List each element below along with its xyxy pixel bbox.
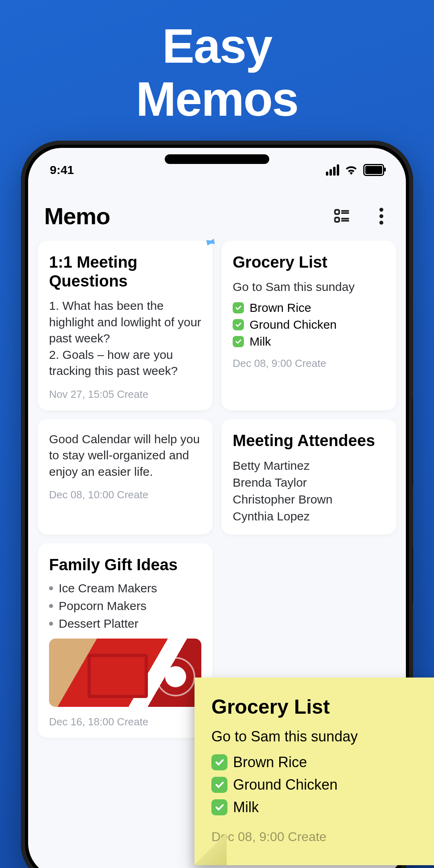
volume-button: [412, 547, 413, 603]
more-vertical-icon: [379, 208, 383, 225]
checklist-item: Brown Rice: [211, 754, 434, 771]
checklist-label: Brown Rice: [250, 301, 311, 315]
checklist-label: Milk: [250, 335, 271, 348]
attendee-name: Cynthia Lopez: [233, 508, 385, 525]
pin-icon: [201, 233, 217, 250]
sticky-meta: Dec 08, 9:00 Create: [211, 829, 434, 844]
checklist-label: Milk: [233, 799, 259, 816]
view-toggle-button[interactable]: [334, 208, 350, 225]
status-bar: 9:41: [28, 148, 406, 180]
svg-point-6: [379, 208, 383, 212]
attendee-name: Brenda Taylor: [233, 474, 385, 491]
checklist-item: Ground Chicken: [233, 318, 385, 332]
more-button[interactable]: [373, 208, 390, 225]
memo-meta: Dec 08, 9:00 Create: [233, 357, 385, 370]
attendee-name: Christopher Brown: [233, 491, 385, 508]
memo-title: Grocery List: [233, 253, 385, 272]
cellular-icon: [326, 164, 339, 176]
checklist-label: Ground Chicken: [233, 776, 338, 793]
page-title: Memo: [44, 203, 110, 229]
svg-rect-0: [335, 210, 340, 214]
list-item: Ice Cream Makers: [49, 581, 201, 595]
power-button: [412, 398, 413, 486]
memo-body: 1. What has been the highlight and lowli…: [49, 298, 201, 379]
attendee-name: Betty Martinez: [233, 457, 385, 474]
sticky-note[interactable]: Grocery List Go to Sam this sunday Brown…: [194, 678, 434, 865]
checklist-item: Milk: [233, 335, 385, 348]
bullet-icon: [49, 622, 53, 626]
battery-icon: [363, 164, 384, 176]
sticky-subtitle: Go to Sam this sunday: [211, 728, 434, 745]
checkbox-checked-icon[interactable]: [233, 319, 244, 330]
list-view-icon: [334, 208, 350, 225]
promo-line-1: Easy: [0, 19, 434, 72]
status-time: 9:41: [50, 163, 74, 177]
wifi-icon: [345, 165, 358, 175]
promo-line-2: Memos: [0, 72, 434, 125]
memo-meta: Dec 08, 10:00 Create: [49, 489, 201, 501]
app-header: Memo: [28, 180, 406, 241]
checkbox-checked-icon[interactable]: [211, 754, 227, 770]
memo-body: Good Calendar will help you to stay well…: [49, 431, 201, 480]
bullet-list: Ice Cream Makers Popcorn Makers Dessert …: [49, 581, 201, 631]
memo-card-gifts[interactable]: Family Gift Ideas Ice Cream Makers Popco…: [38, 543, 213, 738]
attendee-list: Betty Martinez Brenda Taylor Christopher…: [233, 457, 385, 525]
checkbox-checked-icon[interactable]: [233, 302, 244, 313]
memo-title: 1:1 Meeting Questions: [49, 253, 201, 291]
memo-grid: 1:1 Meeting Questions 1. What has been t…: [28, 241, 406, 738]
memo-subtitle: Go to Sam this sunday: [233, 279, 385, 295]
notch: [165, 154, 269, 164]
bullet-icon: [49, 586, 53, 590]
svg-point-8: [379, 221, 383, 225]
checklist-label: Brown Rice: [233, 754, 307, 771]
checklist-item: Ground Chicken: [211, 776, 434, 793]
memo-card-grocery[interactable]: Grocery List Go to Sam this sunday Brown…: [221, 241, 396, 410]
checklist-item: Brown Rice: [233, 301, 385, 315]
svg-point-7: [379, 214, 383, 218]
promo-headline: Easy Memos: [0, 0, 434, 125]
memo-title: Family Gift Ideas: [49, 555, 201, 574]
checklist-label: Ground Chicken: [250, 318, 337, 332]
memo-title: Meeting Attendees: [233, 431, 385, 450]
memo-card-promo[interactable]: Good Calendar will help you to stay well…: [38, 419, 213, 534]
memo-card-attendees[interactable]: Meeting Attendees Betty Martinez Brenda …: [221, 419, 396, 534]
list-item: Dessert Platter: [49, 617, 201, 631]
page-fold-icon: [194, 833, 227, 865]
sticky-title: Grocery List: [211, 695, 434, 719]
checkbox-checked-icon[interactable]: [211, 777, 227, 793]
checkbox-checked-icon[interactable]: [211, 799, 227, 815]
memo-image-thumbnail: [49, 639, 201, 707]
checklist-item: Milk: [211, 799, 434, 816]
bullet-icon: [49, 604, 53, 608]
checkbox-checked-icon[interactable]: [233, 336, 244, 347]
memo-meta: Nov 27, 15:05 Create: [49, 388, 201, 401]
list-item: Popcorn Makers: [49, 599, 201, 613]
svg-rect-3: [335, 217, 340, 222]
memo-meta: Dec 16, 18:00 Create: [49, 716, 201, 728]
memo-card-meeting[interactable]: 1:1 Meeting Questions 1. What has been t…: [38, 241, 213, 410]
